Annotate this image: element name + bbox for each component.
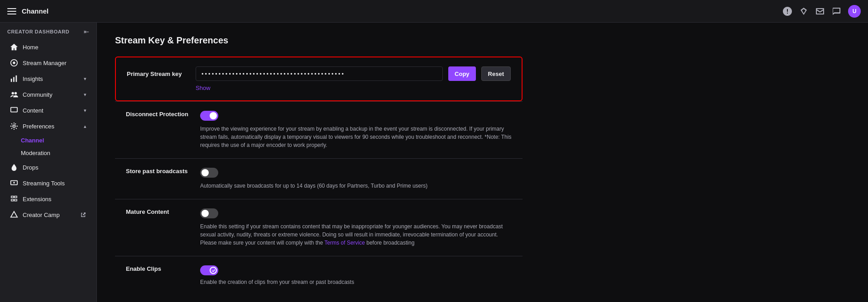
mature-content-title: Mature Content	[126, 208, 189, 215]
stream-key-section: Primary Stream key Copy Reset Show	[115, 57, 523, 101]
layout: Creator Dashboard ⇤ Home Stream Manager	[0, 23, 868, 302]
svg-point-8	[13, 125, 15, 127]
stream-key-label: Primary Stream key	[127, 71, 190, 77]
sidebar-item-extensions-inner: Extensions	[10, 195, 52, 203]
preferences-icon	[10, 122, 18, 130]
sidebar: Creator Dashboard ⇤ Home Stream Manager	[0, 23, 97, 302]
main-content: Stream Key & Preferences Primary Stream …	[97, 23, 868, 302]
pref-right-store: Automatically save broadcasts for up to …	[200, 168, 512, 190]
sidebar-item-creator-camp[interactable]: Creator Camp	[3, 207, 94, 222]
sidebar-item-creator-camp-inner: Creator Camp	[10, 211, 60, 219]
pref-row-mature-content: Mature Content Enable this setting if yo…	[115, 199, 523, 256]
sidebar-item-extensions[interactable]: Extensions	[3, 191, 94, 207]
top-nav: Channel U	[0, 0, 868, 23]
sidebar-streaming-tools-label: Streaming Tools	[23, 180, 65, 187]
sidebar-moderation-label: Moderation	[21, 150, 50, 156]
pref-left-mature: Mature Content	[126, 208, 189, 247]
help-icon[interactable]	[783, 7, 792, 16]
user-avatar[interactable]: U	[848, 5, 861, 18]
sidebar-channel-label: Channel	[21, 137, 44, 144]
sidebar-sub-item-moderation[interactable]: Moderation	[3, 147, 94, 159]
copy-button[interactable]: Copy	[448, 66, 476, 81]
home-icon	[10, 43, 18, 51]
mature-desc-part3: before broadcasting	[365, 240, 414, 246]
sidebar-item-community-inner: Community	[10, 90, 53, 99]
preferences-chevron-icon: ▴	[84, 123, 86, 129]
sidebar-item-insights-inner: Insights	[10, 75, 43, 83]
sidebar-sub-item-channel[interactable]: Channel	[3, 134, 94, 146]
external-link-icon	[80, 212, 86, 218]
sidebar-item-drops[interactable]: Drops	[3, 160, 94, 175]
mature-content-toggle[interactable]	[200, 208, 218, 218]
chat-icon[interactable]	[832, 7, 841, 16]
sidebar-drops-label: Drops	[23, 164, 38, 171]
stream-key-input[interactable]	[196, 66, 443, 81]
pref-left-disconnect: Disconnect Protection	[126, 111, 189, 149]
pref-row-disconnect-protection: Disconnect Protection Improve the viewin…	[115, 101, 523, 158]
pref-right-disconnect: Improve the viewing experience for your …	[200, 111, 512, 149]
sidebar-community-label: Community	[23, 91, 53, 98]
sidebar-stream-manager-label: Stream Manager	[23, 60, 67, 66]
insights-icon	[10, 75, 18, 83]
pref-right-clips: Enable the creation of clips from your s…	[200, 265, 512, 286]
community-chevron-icon: ▾	[84, 92, 86, 98]
enable-clips-toggle-wrap	[200, 265, 512, 275]
enable-clips-title: Enable Clips	[126, 265, 189, 272]
sidebar-preferences-label: Preferences	[23, 123, 54, 130]
sidebar-content-label: Content	[23, 107, 43, 114]
store-broadcasts-toggle-wrap	[200, 168, 512, 179]
sidebar-item-streaming-tools[interactable]: Streaming Tools	[3, 175, 94, 191]
stream-manager-icon	[10, 59, 18, 67]
enable-clips-desc: Enable the creation of clips from your s…	[200, 278, 512, 286]
mature-content-desc: Enable this setting if your stream conta…	[200, 222, 512, 247]
mail-icon[interactable]	[815, 7, 825, 16]
pref-row-store-broadcasts: Store past broadcasts Automatically save…	[115, 158, 523, 199]
svg-point-10	[13, 182, 15, 184]
pref-left-clips: Enable Clips	[126, 265, 189, 286]
page-title: Stream Key & Preferences	[115, 35, 850, 46]
disconnect-toggle-wrap	[200, 111, 512, 122]
sidebar-item-preferences-inner: Preferences	[10, 122, 54, 130]
top-nav-left: Channel	[7, 7, 783, 16]
streaming-tools-icon	[10, 179, 18, 187]
creator-camp-icon	[10, 211, 18, 219]
enable-clips-toggle[interactable]	[200, 265, 218, 275]
sidebar-header: Creator Dashboard ⇤	[0, 23, 96, 39]
reset-button[interactable]: Reset	[481, 66, 511, 81]
disconnect-protection-title: Disconnect Protection	[126, 111, 189, 118]
extensions-icon	[10, 195, 18, 203]
gems-icon[interactable]	[799, 7, 808, 16]
sidebar-item-streaming-tools-inner: Streaming Tools	[10, 179, 65, 187]
sidebar-item-content[interactable]: Content ▾	[3, 103, 94, 118]
store-past-broadcasts-title: Store past broadcasts	[126, 168, 189, 175]
show-key-link[interactable]: Show	[196, 85, 211, 91]
terms-of-service-link[interactable]: Terms of Service	[325, 240, 365, 246]
svg-rect-7	[11, 108, 17, 112]
disconnect-protection-toggle[interactable]	[200, 111, 218, 121]
store-past-broadcasts-toggle[interactable]	[200, 168, 218, 178]
svg-point-1	[13, 61, 15, 64]
svg-rect-2	[11, 79, 12, 82]
sidebar-item-preferences[interactable]: Preferences ▴	[3, 118, 94, 134]
sidebar-home-label: Home	[23, 44, 38, 51]
sidebar-insights-label: Insights	[23, 76, 43, 82]
sidebar-item-insights[interactable]: Insights ▾	[3, 71, 94, 86]
stream-key-row: Primary Stream key Copy Reset	[127, 66, 511, 81]
disconnect-protection-desc: Improve the viewing experience for your …	[200, 125, 512, 149]
preferences-section: Disconnect Protection Improve the viewin…	[115, 101, 523, 295]
sidebar-item-content-inner: Content	[10, 106, 43, 114]
sidebar-header-label: Creator Dashboard	[7, 29, 69, 34]
insights-chevron-icon: ▾	[84, 76, 86, 82]
nav-title: Channel	[22, 7, 48, 15]
svg-point-5	[12, 92, 14, 94]
sidebar-item-home[interactable]: Home	[3, 39, 94, 55]
collapse-sidebar-icon[interactable]: ⇤	[84, 28, 89, 35]
community-icon	[10, 90, 18, 99]
sidebar-item-stream-manager[interactable]: Stream Manager	[3, 55, 94, 71]
sidebar-item-stream-manager-inner: Stream Manager	[10, 59, 67, 67]
mature-content-toggle-wrap	[200, 208, 512, 220]
sidebar-item-community[interactable]: Community ▾	[3, 87, 94, 102]
menu-button[interactable]	[7, 7, 16, 16]
svg-rect-4	[16, 76, 17, 82]
svg-point-6	[14, 92, 17, 94]
